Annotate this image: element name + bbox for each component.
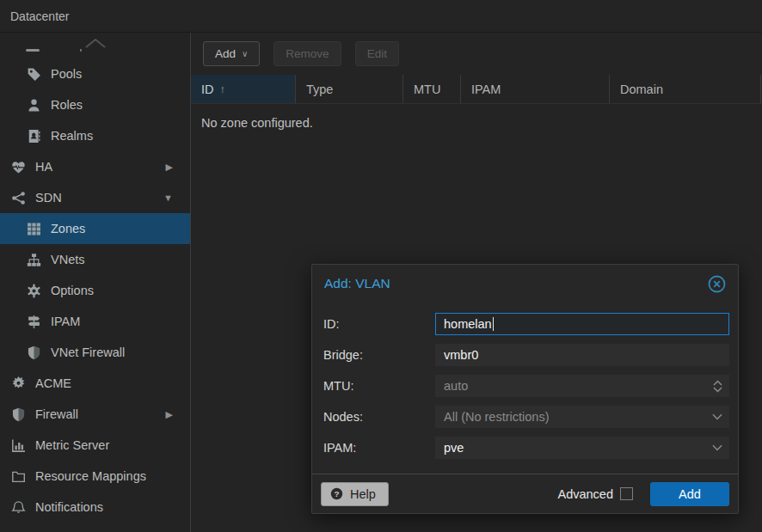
bridge-field-label: Bridge: xyxy=(323,348,435,362)
column-header-label: IPAM xyxy=(471,83,501,96)
sidebar-item-label: Realms xyxy=(51,129,93,143)
clipped-tree-item-remnant xyxy=(26,49,40,52)
map-signs-icon xyxy=(27,315,41,329)
sidebar-item-acme[interactable]: ACME xyxy=(0,368,190,399)
chevron-down-icon[interactable] xyxy=(712,437,722,458)
remove-button[interactable]: Remove xyxy=(273,41,341,66)
collapse-arrow-icon[interactable]: ▼ xyxy=(163,193,173,203)
user-icon xyxy=(27,98,41,113)
ipam-combo-value: pve xyxy=(444,441,464,455)
sidebar-item-label: VNets xyxy=(51,253,85,266)
sidebar-item-label: Resource Mappings xyxy=(35,469,146,483)
dialog-footer: ? Help Advanced Add xyxy=(312,474,738,513)
sidebar-item-ha[interactable]: HA▶ xyxy=(0,151,190,182)
sidebar-item-roles[interactable]: Roles xyxy=(0,89,190,120)
column-header-ipam[interactable]: IPAM xyxy=(461,75,610,103)
edit-button-label: Edit xyxy=(367,47,387,60)
ipam-field-label: IPAM: xyxy=(323,441,435,455)
top-header-bar: Datacenter xyxy=(0,0,762,33)
question-circle-icon: ? xyxy=(330,487,343,500)
chevron-down-icon: ∨ xyxy=(242,49,248,58)
edit-button[interactable]: Edit xyxy=(355,41,399,66)
shield-icon xyxy=(11,407,26,422)
grid-icon xyxy=(27,222,41,236)
sidebar-item-resource-mappings[interactable]: Resource Mappings xyxy=(0,461,190,492)
dialog-add-button[interactable]: Add xyxy=(650,482,729,506)
add-button[interactable]: Add ∨ xyxy=(203,41,260,66)
sidebar-item-options[interactable]: Options xyxy=(0,275,190,306)
sidebar-item-label: Metric Server xyxy=(35,438,109,452)
heartbeat-icon xyxy=(11,160,26,174)
sidebar-item-pools[interactable]: Pools xyxy=(0,58,190,89)
zones-toolbar: Add ∨ Remove Edit xyxy=(191,33,762,75)
sidebar-item-label: HA xyxy=(35,160,52,174)
dialog-title: Add: VLAN xyxy=(324,276,708,291)
sidebar-item-metric-server[interactable]: Metric Server xyxy=(0,430,190,461)
sidebar-item-zones[interactable]: Zones xyxy=(0,213,190,244)
id-field-label: ID: xyxy=(323,317,435,331)
column-header-label: Type xyxy=(306,83,333,96)
column-header-domain[interactable]: Domain xyxy=(610,75,761,103)
sidebar-item-label: Notifications xyxy=(35,500,103,514)
sidebar-item-label: IPAM xyxy=(51,315,80,328)
chart-bar-icon xyxy=(11,438,26,453)
sidebar-item-label: VNet Firewall xyxy=(51,345,125,359)
help-button-label: Help xyxy=(350,487,376,501)
empty-grid-message: No zone configured. xyxy=(191,104,762,142)
tree-scroll-up-indicator[interactable] xyxy=(0,33,190,58)
sidebar-item-notifications[interactable]: Notifications xyxy=(0,492,190,523)
sidebar-item-label: Firewall xyxy=(35,407,78,421)
chevron-up-icon xyxy=(84,38,107,52)
mtu-field-label: MTU: xyxy=(323,379,435,393)
add-vlan-dialog: Add: VLAN ID: homelan Bridge: MTU: auto xyxy=(311,264,739,514)
sidebar-item-firewall[interactable]: Firewall▶ xyxy=(0,399,190,430)
address-book-icon xyxy=(27,129,41,144)
bridge-input[interactable] xyxy=(435,344,729,366)
sidebar-item-label: ACME xyxy=(35,376,71,390)
id-input[interactable]: homelan xyxy=(435,313,729,335)
column-header-label: ID xyxy=(201,83,214,96)
chevron-down-icon[interactable] xyxy=(712,407,722,427)
sidebar-item-realms[interactable]: Realms xyxy=(0,120,190,151)
spinner-up-down-icon[interactable] xyxy=(713,376,722,396)
bell-icon xyxy=(11,500,26,515)
column-header-label: Domain xyxy=(620,83,663,96)
remove-button-label: Remove xyxy=(286,47,329,60)
column-header-id[interactable]: ID↑ xyxy=(191,75,296,103)
certificate-icon xyxy=(11,376,26,391)
advanced-checkbox[interactable] xyxy=(620,487,633,500)
sidebar-item-label: Options xyxy=(51,284,94,297)
tags-icon xyxy=(27,67,41,82)
add-button-label: Add xyxy=(215,47,236,60)
share-nodes-icon xyxy=(11,191,26,205)
close-icon[interactable] xyxy=(708,275,726,293)
advanced-label: Advanced xyxy=(558,487,614,501)
sidebar-item-label: SDN xyxy=(35,191,62,205)
svg-text:?: ? xyxy=(334,489,339,498)
gear-icon xyxy=(27,284,41,298)
sidebar-item-vnet-firewall[interactable]: VNet Firewall xyxy=(0,337,190,368)
help-button[interactable]: ? Help xyxy=(321,482,389,506)
sidebar-item-vnets[interactable]: VNets xyxy=(0,244,190,275)
sidebar-item-label: Roles xyxy=(51,98,83,112)
resource-tree-sidebar: PoolsRolesRealmsHA▶SDN▼ZonesVNetsOptions… xyxy=(0,33,191,532)
dialog-titlebar[interactable]: Add: VLAN xyxy=(312,265,738,303)
page-title: Datacenter xyxy=(10,9,69,23)
mtu-spinner[interactable]: auto xyxy=(435,375,729,397)
nodes-combo[interactable]: All (No restrictions) xyxy=(435,406,729,428)
nodes-field-label: Nodes: xyxy=(323,410,435,424)
sidebar-item-sdn[interactable]: SDN▼ xyxy=(0,182,190,213)
column-header-type[interactable]: Type xyxy=(296,75,403,103)
nodes-placeholder: All (No restrictions) xyxy=(444,410,549,424)
expand-arrow-icon[interactable]: ▶ xyxy=(166,409,173,420)
ipam-combo[interactable]: pve xyxy=(435,437,729,459)
sidebar-item-ipam[interactable]: IPAM xyxy=(0,306,190,337)
text-cursor xyxy=(493,317,494,331)
column-header-mtu[interactable]: MTU xyxy=(403,75,461,103)
dialog-body: ID: homelan Bridge: MTU: auto Nodes: xyxy=(312,303,738,459)
expand-arrow-icon[interactable]: ▶ xyxy=(166,162,173,173)
folder-icon xyxy=(11,469,26,484)
mtu-placeholder: auto xyxy=(444,379,468,393)
column-header-label: MTU xyxy=(414,83,440,96)
sort-ascending-icon: ↑ xyxy=(220,83,226,95)
